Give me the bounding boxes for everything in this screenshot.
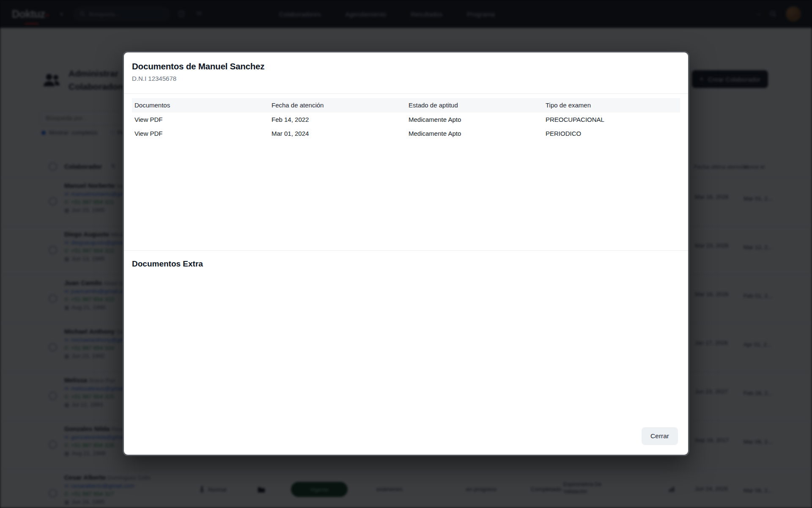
attention-date-cell: Mar 01, 2024 <box>269 126 406 140</box>
modal-title: Documentos de Manuel Sanchez <box>132 61 680 71</box>
documents-modal: Documentos de Manuel Sanchez D.N.I 12345… <box>123 51 689 456</box>
document-row: View PDF Feb 14, 2022 Medicamente Apto P… <box>132 113 680 126</box>
documents-table-header-row: Documentos Fecha de atención Estado de a… <box>132 98 680 113</box>
extra-section-title: Documentos Extra <box>132 259 680 269</box>
header-estado-aptitud: Estado de aptitud <box>406 98 543 113</box>
view-pdf-link[interactable]: View PDF <box>134 116 162 123</box>
header-documentos: Documentos <box>132 98 269 113</box>
extra-section-divider <box>124 250 688 251</box>
view-pdf-link[interactable]: View PDF <box>134 130 162 137</box>
attention-date-cell: Feb 14, 2022 <box>269 113 406 126</box>
modal-header-divider <box>124 93 688 94</box>
header-tipo-examen: Tipo de examen <box>543 98 680 113</box>
header-fecha-atencion: Fecha de atención <box>269 98 406 113</box>
modal-dni-subtitle: D.N.I 12345678 <box>132 75 680 82</box>
close-button[interactable]: Cerrar <box>642 427 678 445</box>
exam-type-cell: PERIODICO <box>543 126 680 140</box>
documents-table-wrap: Documentos Fecha de atención Estado de a… <box>132 98 680 250</box>
documents-table: Documentos Fecha de atención Estado de a… <box>132 98 680 140</box>
exam-type-cell: PREOCUPACIONAL <box>543 113 680 126</box>
aptitude-status-cell: Medicamente Apto <box>406 126 543 140</box>
aptitude-status-cell: Medicamente Apto <box>406 113 543 126</box>
document-row: View PDF Mar 01, 2024 Medicamente Apto P… <box>132 126 680 140</box>
